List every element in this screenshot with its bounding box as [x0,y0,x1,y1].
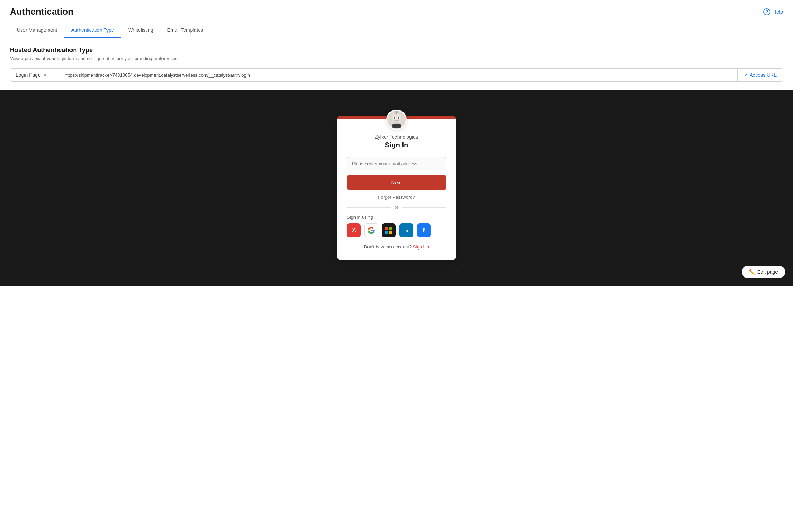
section-desc: View a preview of your login form and co… [10,56,783,61]
linkedin-icon: in [404,228,408,233]
svg-point-4 [394,117,395,119]
login-title: Sign In [337,141,456,149]
login-company: Zylker Technologies [337,134,456,140]
divider-line-right [402,207,446,208]
url-bar: Login Page ▼ https://shipmenttracker-743… [10,68,783,82]
avatar [386,110,407,130]
divider: or [347,205,446,210]
robot-avatar-svg [388,111,405,128]
preview-area: Zylker Technologies Sign In Next Forgot … [0,90,793,286]
tab-authentication-type[interactable]: Authentication Type [64,22,121,38]
content-area: Hosted Authentication Type View a previe… [0,38,793,90]
facebook-signin-button[interactable]: f [417,223,431,237]
login-card: Zylker Technologies Sign In Next Forgot … [337,116,456,260]
sign-in-using-label: Sign in using [347,215,446,220]
external-link-icon: ↗ [744,72,748,78]
facebook-icon: f [423,226,425,234]
svg-rect-6 [394,120,399,121]
edit-page-label: Edit page [757,269,778,275]
divider-or-text: or [395,205,399,210]
login-form: Next Forgot Password? or Sign in using Z [337,157,456,250]
url-display: https://shipmenttracker-74310654.develop… [59,69,737,81]
tab-email-templates[interactable]: Email Templates [160,22,210,38]
edit-page-button[interactable]: ✏️ Edit page [742,266,785,278]
help-label: Help [772,9,783,15]
tab-user-management[interactable]: User Management [10,22,64,38]
avatar-wrap [337,110,456,130]
tab-whitelisting[interactable]: Whitelisting [121,22,160,38]
page-title: Authentication [10,6,74,17]
no-account-text: Don't have an account? [364,244,412,250]
pencil-icon: ✏️ [749,269,755,275]
chevron-down-icon: ▼ [43,73,47,77]
linkedin-signin-button[interactable]: in [399,223,413,237]
help-link[interactable]: ? Help [763,8,783,15]
page-header: Authentication ? Help [0,0,793,22]
forgot-password-link[interactable]: Forgot Password? [347,195,446,200]
microsoft-signin-button[interactable] [382,223,396,237]
access-url-button[interactable]: ↗ Access URL [737,69,783,81]
svg-rect-7 [395,122,398,124]
next-button[interactable]: Next [347,175,446,190]
tabs-bar: User Management Authentication Type Whit… [0,22,793,38]
page-type-label: Login Page [16,72,41,78]
microsoft-icon [385,227,392,234]
signup-prompt: Don't have an account? Sign Up [347,244,446,250]
svg-rect-8 [392,124,401,128]
svg-point-5 [398,117,399,119]
access-url-label: Access URL [750,72,777,78]
section-title: Hosted Authentication Type [10,47,783,54]
zoho-signin-button[interactable]: Z [347,223,361,237]
divider-line-left [347,207,391,208]
google-icon [367,226,375,234]
signup-link[interactable]: Sign Up [413,244,429,250]
email-input[interactable] [347,157,446,170]
page-type-select[interactable]: Login Page ▼ [10,69,59,81]
svg-point-10 [395,111,398,113]
help-icon: ? [763,8,770,15]
social-icons: Z [347,223,446,237]
google-signin-button[interactable] [364,223,378,237]
